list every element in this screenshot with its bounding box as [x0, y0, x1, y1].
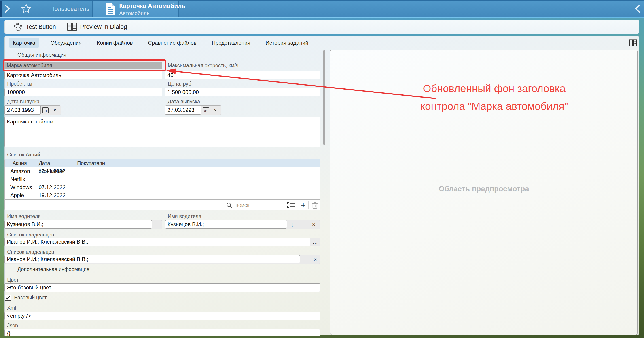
json-field-label: Json: [7, 323, 18, 329]
card-tabstrip: Карточка Обсуждения Копии файлов Сравнен…: [9, 38, 312, 48]
owners-2-control: … ×: [4, 255, 320, 264]
table-row[interactable]: Windows 07.12.2022: [5, 183, 320, 191]
stocks-search-input[interactable]: [235, 202, 278, 208]
tab-obsuzhdeniya[interactable]: Обсуждения: [47, 38, 85, 47]
stock-date-cell: 07.12.2022: [36, 183, 74, 191]
driver-2-dropdown-button[interactable]: ↓: [287, 220, 298, 229]
release-date-1-clear-button[interactable]: ×: [50, 106, 60, 114]
color-input[interactable]: [4, 283, 320, 292]
test-button[interactable]: Test Button: [10, 21, 60, 33]
driver-2-clear-button[interactable]: ×: [308, 220, 319, 229]
price-field-label: Цена, руб: [168, 81, 192, 87]
tabstrip-divider: [5, 48, 639, 48]
owners-1-control: …: [4, 238, 320, 246]
group-additional-info: Дополнительная информация: [4, 266, 320, 272]
stocks-table-header: Акция Дата окончания Покупатели: [5, 159, 320, 167]
owners-2-lookup-button[interactable]: …: [300, 255, 310, 264]
release-date-1-input[interactable]: [4, 106, 41, 115]
stock-date-cell: 19.12.2022: [36, 191, 74, 199]
split-view-button[interactable]: [628, 38, 638, 47]
svg-text:31: 31: [204, 109, 208, 113]
owners-2-input[interactable]: [4, 255, 300, 263]
xml-field-label: Xml: [7, 305, 16, 311]
stocks-list-label: Список Акций: [7, 152, 40, 158]
tab-sravnenie-failov[interactable]: Сравнение файлов: [144, 38, 200, 47]
tab-kopii-failov[interactable]: Копии файлов: [93, 38, 136, 47]
json-input[interactable]: [4, 329, 320, 336]
owners-2-clear-button[interactable]: ×: [310, 255, 320, 264]
svg-text:31: 31: [44, 109, 47, 113]
max-speed-input[interactable]: [165, 71, 320, 79]
color-field-label: Цвет: [7, 277, 19, 283]
stocks-table: Акция Дата окончания Покупатели Amazon 1…: [4, 159, 320, 200]
chevron-left-icon: [634, 4, 640, 13]
add-row-button[interactable]: +: [298, 201, 309, 210]
base-color-checkbox-label: Базовый цвет: [14, 295, 47, 301]
mileage-input[interactable]: [4, 88, 162, 96]
chevron-right-icon: [4, 4, 10, 13]
column-header-akciya[interactable]: Акция: [5, 159, 36, 167]
form-scrollbar[interactable]: [323, 50, 325, 145]
card-form: Общая информация Марка автомобиля Максим…: [4, 50, 320, 336]
release-date-2-input[interactable]: [165, 106, 201, 115]
preview-in-dialog-button[interactable]: Preview In Dialog: [63, 21, 131, 33]
tab-card-avtomobil[interactable]: Карточка Автомобиль Автомобиль: [92, 1, 179, 17]
brand-input[interactable]: [4, 71, 162, 79]
stock-name-cell: Apple: [5, 191, 36, 199]
card-toolbar: Test Button Preview In Dialog: [4, 20, 639, 34]
price-input[interactable]: [165, 88, 320, 96]
delete-row-button[interactable]: [309, 201, 320, 210]
preview-panel: Область предпросмотра: [330, 50, 638, 335]
release-date-2-clear-button[interactable]: ×: [211, 106, 220, 114]
driver-1-input[interactable]: [4, 220, 152, 229]
group-general-info: Общая информация: [4, 52, 320, 58]
calendar-icon: 31: [202, 107, 209, 114]
release-date-1-calendar-button[interactable]: 31: [41, 106, 50, 114]
favorites-button[interactable]: [16, 1, 36, 17]
release-date-2-label: Дата выпуска: [168, 99, 200, 105]
release-date-1-label: Дата выпуска: [7, 99, 40, 105]
owners-1-input[interactable]: [4, 238, 310, 246]
collapse-panel-button[interactable]: [632, 1, 643, 17]
owners-1-label: Список владельцев: [7, 232, 54, 238]
table-row[interactable]: Netflix: [5, 175, 320, 183]
document-icon: [105, 3, 116, 15]
preview-in-dialog-label: Preview In Dialog: [80, 23, 127, 30]
tab-kartochka[interactable]: Карточка: [9, 38, 39, 47]
test-button-label: Test Button: [26, 23, 56, 30]
xml-input[interactable]: [4, 312, 320, 320]
top-navigation-bar: Пользователь Карточка Автомобиль Автомоб…: [0, 0, 644, 17]
max-speed-field-label: Максимальная скорость, км/ч: [168, 62, 238, 69]
note-textarea[interactable]: Карточка с тайлом: [4, 117, 320, 147]
preview-placeholder: Область предпросмотра: [439, 185, 529, 193]
forward-button[interactable]: [2, 1, 12, 17]
column-header-pokupateli[interactable]: Покупатели: [74, 159, 104, 167]
release-date-2-calendar-button[interactable]: 31: [201, 106, 211, 114]
list-icon: [287, 202, 295, 208]
driver-1-lookup-button[interactable]: …: [152, 220, 162, 229]
driver-2-control: ↓ … ×: [165, 220, 320, 229]
topbar-divider: [630, 1, 630, 17]
topbar-divider: [13, 1, 14, 17]
group-additional-info-title: Дополнительная информация: [15, 266, 92, 272]
stock-name-cell: Netflix: [5, 175, 36, 183]
trash-icon: [312, 202, 318, 208]
table-row[interactable]: Amazon 10.11.2022: [5, 167, 320, 175]
mileage-field-label: Пробег, км: [7, 81, 32, 87]
base-color-checkbox[interactable]: [5, 295, 11, 301]
owners-2-label: Список владельцев: [7, 249, 54, 255]
tab-user[interactable]: Пользователь: [44, 1, 96, 17]
calendar-icon: 31: [42, 107, 49, 114]
tab-predstavleniya[interactable]: Представления: [208, 38, 254, 47]
stock-date-cell: [36, 175, 74, 183]
column-header-data-okonchaniya[interactable]: Дата окончания: [36, 159, 74, 167]
tab-istoriya-zadanij[interactable]: История заданий: [262, 38, 312, 47]
driver-1-label: Имя водителя: [7, 213, 41, 219]
driver-2-lookup-button[interactable]: …: [298, 220, 308, 229]
footer-divider: [308, 201, 308, 209]
table-row[interactable]: Apple 19.12.2022: [5, 191, 320, 199]
owners-1-lookup-button[interactable]: …: [310, 238, 320, 246]
stocks-table-footer: +: [4, 200, 320, 210]
driver-2-input[interactable]: [165, 220, 287, 229]
select-from-list-button[interactable]: [286, 201, 297, 210]
